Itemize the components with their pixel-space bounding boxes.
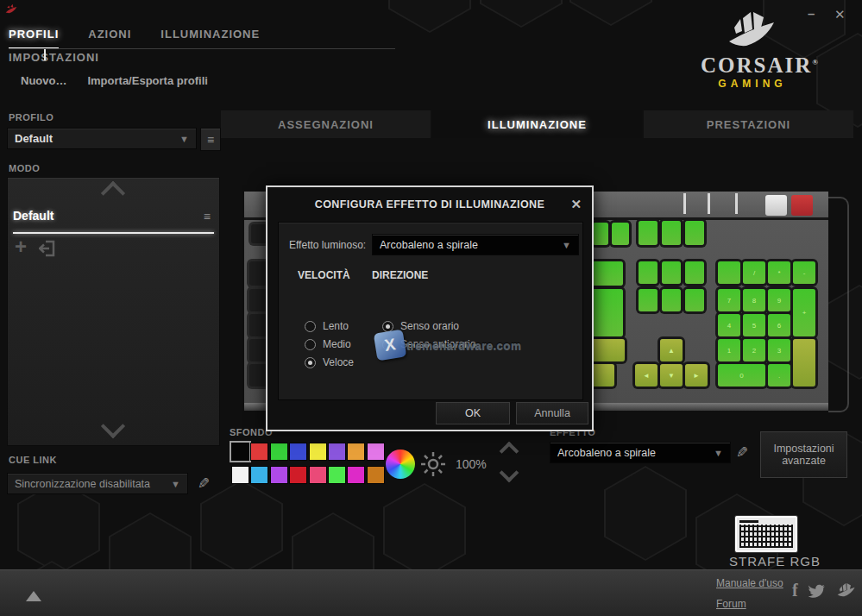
keyboard-key[interactable]: 5 (743, 314, 765, 336)
add-mode-button[interactable]: + (15, 235, 27, 259)
keyboard-key[interactable] (662, 289, 681, 311)
keyboard-key[interactable]: 3 (768, 339, 790, 361)
footer-link-forum[interactable]: Forum (716, 598, 783, 610)
import-export-button[interactable]: Importa/Esporta profili (87, 74, 207, 87)
keyboard-key[interactable]: - (793, 261, 815, 284)
keyboard-key[interactable]: 7 (718, 289, 740, 311)
hamburger-icon: ≡ (207, 133, 214, 147)
import-mode-button[interactable] (39, 240, 56, 257)
keyboard-key[interactable]: 2 (743, 339, 765, 361)
keyboard-key[interactable]: 0 (718, 364, 765, 387)
keyboard-key[interactable] (639, 261, 658, 284)
keyboard-key[interactable] (685, 289, 704, 311)
keyboard-key[interactable] (685, 221, 704, 245)
radio-option-senso-antiorario[interactable]: Senso antiorario (382, 338, 475, 350)
winlock-key[interactable] (791, 195, 813, 216)
facebook-icon[interactable]: f (792, 581, 798, 600)
nav-item-illuminazione[interactable]: ILLUMINAZIONE (160, 28, 260, 47)
tab-assegnazioni[interactable]: ASSEGNAZIONI (221, 110, 431, 138)
tab-prestazioni[interactable]: PRESTAZIONI (644, 110, 853, 138)
keyboard-key[interactable]: / (743, 261, 765, 284)
color-swatch[interactable] (270, 466, 288, 484)
close-button[interactable]: ✕ (834, 8, 846, 21)
color-swatch[interactable] (367, 466, 385, 484)
color-swatch[interactable] (367, 443, 385, 461)
keyboard-key[interactable]: ◄ (635, 364, 658, 387)
brightness-key[interactable] (765, 195, 787, 216)
keyboard-key[interactable] (662, 261, 681, 284)
keyboard-key[interactable] (639, 221, 658, 245)
keyboard-key[interactable] (685, 261, 704, 284)
keyboard-key[interactable]: + (793, 289, 815, 336)
brightness-icon[interactable] (419, 450, 447, 478)
brightness-value: 100% (456, 457, 487, 471)
brand-sub: GAMING (701, 78, 804, 90)
collapse-panel-button[interactable] (26, 591, 41, 601)
keyboard-key[interactable]: 9 (768, 289, 790, 311)
keyboard-key[interactable]: . (768, 364, 790, 387)
keyboard-key[interactable]: ▲ (660, 339, 683, 361)
dialog-effect-dropdown[interactable]: Arcobaleno a spirale ▼ (372, 234, 579, 255)
keyboard-key[interactable] (662, 221, 681, 245)
color-swatch[interactable] (309, 466, 327, 484)
cue-link-dropdown[interactable]: Sincronizzazione disabilitata ▼ (7, 473, 188, 494)
keyboard-key[interactable] (718, 261, 740, 284)
scroll-down-button[interactable] (104, 418, 122, 438)
keyboard-key[interactable]: 6 (768, 314, 790, 336)
keyboard-key[interactable]: ► (685, 364, 708, 387)
color-swatch[interactable] (231, 443, 249, 461)
effect-edit-icon[interactable]: ✎ (736, 443, 748, 462)
minimize-button[interactable]: – (808, 7, 815, 20)
keyboard-key[interactable] (593, 223, 608, 245)
color-swatch[interactable] (289, 466, 307, 484)
color-swatch[interactable] (289, 443, 307, 461)
keyboard-key[interactable] (612, 223, 629, 245)
profile-menu-button[interactable]: ≡ (200, 128, 221, 151)
color-wheel[interactable] (386, 449, 415, 479)
keyboard-key[interactable]: 4 (718, 314, 740, 336)
color-swatch[interactable] (270, 443, 288, 461)
nav-item-impostazioni[interactable]: IMPOSTAZIONI (9, 51, 99, 71)
hamburger-icon[interactable]: ≡ (204, 210, 211, 223)
color-swatch[interactable] (250, 466, 268, 484)
nav-item-azioni[interactable]: AZIONI (88, 28, 131, 47)
keyboard-key[interactable]: * (768, 261, 790, 284)
radio-option-medio[interactable]: Medio (305, 338, 351, 350)
radio-label: Lento (323, 320, 349, 332)
radio-option-senso-orario[interactable]: Senso orario (382, 320, 459, 332)
color-swatch[interactable] (347, 466, 365, 484)
color-swatch[interactable] (250, 443, 268, 461)
effect-dropdown[interactable]: Arcobaleno a spirale ▼ (550, 442, 731, 463)
corsair-icon[interactable] (836, 582, 857, 600)
brightness-down-button[interactable] (502, 466, 516, 483)
device-name: STRAFE RGB (723, 554, 827, 569)
profile-dropdown[interactable]: Default ▼ (7, 128, 197, 149)
color-swatch[interactable] (347, 443, 365, 461)
radio-icon (305, 339, 316, 350)
twitter-icon[interactable] (809, 584, 826, 598)
tab-illuminazione[interactable]: ILLUMINAZIONE (432, 110, 642, 138)
cue-link-edit-icon[interactable]: ✎ (198, 475, 210, 493)
dialog-effect-value: Arcobaleno a spirale (380, 239, 557, 251)
nav-item-profili[interactable]: PROFILI (9, 28, 59, 49)
color-swatch[interactable] (309, 443, 327, 461)
footer-link-manuale-d-uso[interactable]: Manuale d'uso (716, 577, 783, 589)
radio-option-veloce[interactable]: Veloce (305, 356, 354, 368)
keyboard-key[interactable]: ▼ (660, 364, 683, 387)
color-swatch[interactable] (328, 466, 346, 484)
keyboard-key[interactable]: 8 (743, 289, 765, 311)
advanced-settings-button[interactable]: Impostazioni avanzate (760, 431, 847, 478)
new-profile-button[interactable]: Nuovo… (21, 74, 66, 87)
color-swatch[interactable] (328, 443, 346, 461)
ok-button[interactable]: OK (436, 402, 510, 424)
scroll-up-button[interactable] (104, 185, 122, 205)
brightness-up-button[interactable] (502, 444, 516, 462)
radio-option-lento[interactable]: Lento (305, 320, 349, 332)
mode-list-item[interactable]: Default≡ (13, 208, 214, 234)
dialog-close-icon[interactable]: ✕ (570, 197, 582, 212)
cancel-button[interactable]: Annulla (516, 402, 588, 424)
keyboard-key[interactable] (793, 339, 815, 387)
keyboard-key[interactable] (639, 289, 658, 311)
keyboard-key[interactable]: 1 (718, 339, 740, 361)
color-swatch[interactable] (231, 466, 249, 484)
